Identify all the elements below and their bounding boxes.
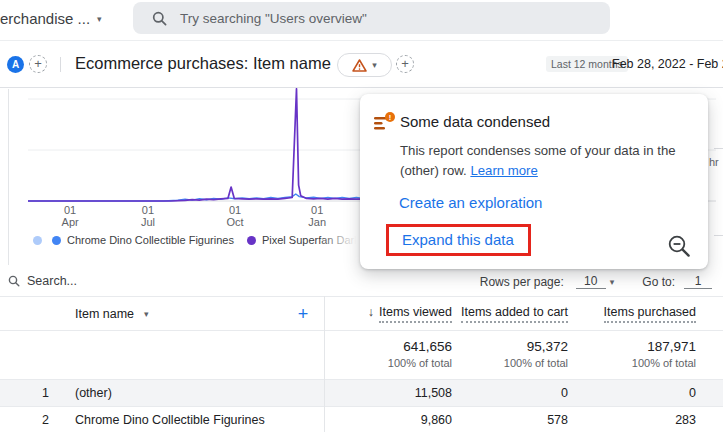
total-value: 187,971 [568,339,696,354]
chart-legend: Chrome Dino Collectible Figurines Pixel … [0,231,422,249]
annotation-highlight-box: Expand this data [386,224,531,256]
totals-items-viewed: 641,656 100% of total [324,332,452,369]
global-search-input[interactable]: Try searching "Users overview" [133,2,610,34]
axis-tick [714,148,723,149]
ga4-report-page: erchandise ... ▾ Try searching "Users ov… [0,0,723,432]
items-viewed-header-label: Items viewed [379,305,452,323]
totals-items-purchased: 187,971 100% of total [568,332,696,369]
cell-items-viewed: 9,860 [324,413,452,427]
right-edge-chart-fragment: hr [708,88,723,268]
divider [60,57,61,72]
total-share: 100% of total [324,357,452,369]
svg-text:!: ! [389,113,392,122]
totals-items-added: 95,372 100% of total [452,332,568,369]
items-added-header-label: Items added to cart [461,305,568,323]
chevron-down-icon: ▾ [144,309,149,319]
cell-items-viewed: 11,508 [324,386,452,400]
data-quality-chip[interactable]: ▾ [337,53,392,77]
row-index: 2 [42,413,54,427]
column-header-items-viewed[interactable]: ↓Items viewed [324,305,452,323]
clipped-label-fragment: hr [709,156,719,168]
search-icon [152,11,167,26]
search-icon [8,275,20,287]
pagination-controls: Rows per page: 10 ▾ Go to: 1 [480,274,712,289]
table-totals-row: 641,656 100% of total 95,372 100% of tot… [0,332,723,379]
global-search-placeholder: Try searching "Users overview" [180,11,367,26]
x-axis-label: 01Apr [48,204,92,228]
report-table: Item name ▾ ↓Items viewed Items added to… [0,296,723,432]
table-row[interactable]: 1 (other) 11,508 0 0 [0,379,723,406]
zoom-out-icon[interactable] [667,234,692,259]
items-purchased-header-label: Items purchased [604,305,696,323]
cell-items-purchased: 0 [568,386,696,400]
cell-items-added: 578 [452,413,568,427]
condensed-data-alert-icon: ! [373,111,396,134]
x-axis-label: 01Jul [126,204,170,228]
column-divider [324,296,325,432]
data-condensed-popover: ! Some data condensed This report conden… [360,94,708,269]
avatar[interactable]: A [7,56,24,73]
row-index: 1 [42,386,54,400]
chevron-down-icon[interactable]: ▾ [610,277,615,287]
legend-dot-pixel-superfan [247,236,256,245]
table-header-row: Item name ▾ ↓Items viewed Items added to… [0,296,723,331]
table-search-input[interactable]: Search... [8,274,77,288]
rows-per-page-label: Rows per page: [480,275,564,289]
chevron-down-icon: ▾ [372,60,377,70]
expand-this-data-link[interactable]: Expand this data [389,227,528,253]
column-header-items-added-to-cart[interactable]: Items added to cart [452,305,568,323]
warning-triangle-icon [352,59,367,72]
account-switcher[interactable]: erchandise ... ▾ [0,10,102,27]
app-bar: erchandise ... ▾ Try searching "Users ov… [0,0,723,41]
x-axis-label: 01Jan [295,204,339,228]
column-header-item-name[interactable]: Item name ▾ [0,307,324,321]
column-header-items-purchased[interactable]: Items purchased [568,305,696,323]
legend-dot-muted [33,236,42,245]
cell-items-purchased: 283 [568,413,696,427]
add-column-button[interactable]: + [292,303,314,325]
date-range-selector[interactable]: Feb 28, 2022 - Feb 28, [612,57,723,71]
rows-per-page-select[interactable]: 10 [576,274,606,289]
page-title: Ecommerce purchases: Item name [75,54,331,73]
goto-page-label: Go to: [642,275,675,289]
legend-dot-chrome-dino [52,236,61,245]
axis-tick [714,235,723,236]
create-exploration-link[interactable]: Create an exploration [399,194,542,211]
popover-title: Some data condensed [400,113,550,130]
legend-label-chrome-dino: Chrome Dino Collectible Figurines [67,234,234,246]
table-controls: Search... Rows per page: 10 ▾ Go to: 1 [0,270,723,296]
add-report-button[interactable]: + [396,55,414,73]
popover-body: This report condenses some of your data … [400,141,688,180]
chart-series-2 [28,89,385,201]
cell-items-added: 0 [452,386,568,400]
report-header: A + Ecommerce purchases: Item name ▾ + L… [0,41,723,88]
sort-desc-icon: ↓ [368,305,374,319]
total-value: 641,656 [324,339,452,354]
total-share: 100% of total [568,357,696,369]
chevron-down-icon: ▾ [97,14,102,24]
table-row[interactable]: 2 Chrome Dino Collectible Figurines 9,86… [0,406,723,432]
x-axis-label: 01Oct [213,204,257,228]
learn-more-link[interactable]: Learn more [470,163,537,178]
goto-page-input[interactable]: 1 [684,274,712,289]
table-search-placeholder: Search... [27,274,77,288]
row-item-name: Chrome Dino Collectible Figurines [75,413,265,427]
total-share: 100% of total [452,357,568,369]
total-value: 95,372 [452,339,568,354]
row-item-name: (other) [75,386,112,400]
account-label: erchandise ... [0,10,90,27]
item-name-header-label: Item name [75,307,134,321]
add-comparison-button[interactable]: + [29,55,47,73]
